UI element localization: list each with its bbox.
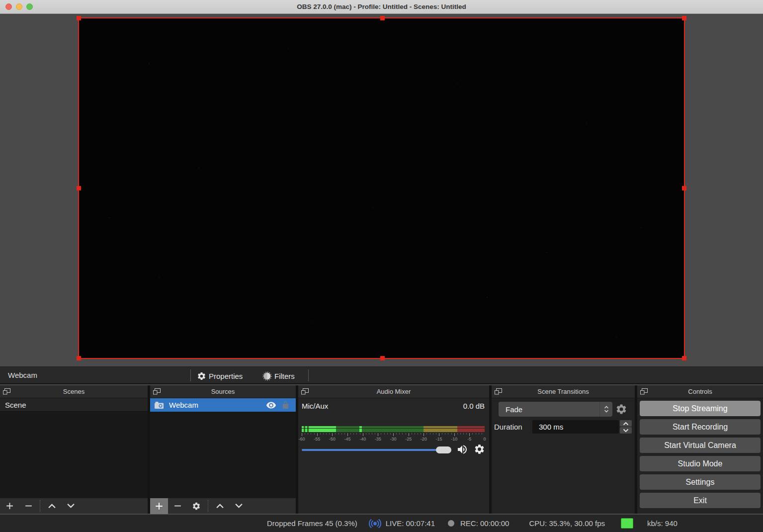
gear-icon — [197, 371, 206, 381]
dock-area: Scenes Scene Sources — [0, 385, 763, 514]
zoom-icon[interactable] — [26, 3, 33, 10]
audio-mixer-header: Audio Mixer — [298, 385, 489, 398]
move-scene-up-button[interactable] — [42, 498, 61, 514]
add-scene-button[interactable] — [0, 498, 19, 514]
status-bar: Dropped Frames 45 (0.3%) LIVE: 00:07:41 … — [0, 515, 763, 532]
selected-source-name: Webcam — [8, 371, 37, 379]
mixer-level-db: 0.0 dB — [463, 402, 485, 410]
preview-canvas[interactable] — [78, 17, 685, 359]
scene-list-item[interactable]: Scene — [0, 398, 148, 412]
source-list-item-selected[interactable]: Webcam — [150, 398, 296, 412]
source-properties-button[interactable] — [187, 498, 206, 514]
chevron-up-icon — [216, 503, 224, 509]
tick-label: -10 — [451, 437, 457, 442]
controls-header: Controls — [637, 385, 763, 398]
source-name: Webcam — [169, 401, 198, 409]
select-arrows-icon — [599, 402, 612, 417]
start-virtual-camera-button[interactable]: Start Virtual Camera — [640, 438, 761, 453]
properties-button[interactable]: Properties — [197, 369, 243, 382]
duration-label: Duration — [494, 423, 522, 431]
properties-label: Properties — [209, 372, 243, 380]
divider — [208, 500, 208, 512]
filters-label: Filters — [274, 372, 295, 380]
window-title: OBS 27.0.0 (mac) - Profile: Untitled - S… — [297, 3, 466, 10]
sources-list: Webcam — [150, 398, 296, 498]
stepper-up-button[interactable] — [620, 420, 632, 427]
filter-icon — [262, 371, 272, 381]
resize-handle-bottom-left[interactable] — [77, 356, 81, 360]
selected-source-toolbar: Webcam Properties Filters — [0, 366, 763, 384]
resize-handle-top-left[interactable] — [77, 16, 81, 20]
dock-toggle-icon[interactable] — [640, 388, 648, 395]
tick-label: 0 — [483, 437, 486, 442]
scenes-panel-header: Scenes — [0, 385, 148, 398]
bitrate-status: kb/s: 940 — [647, 519, 678, 528]
mixer-body: Mic/Aux 0.0 dB -60 -55 -50 -45 -40 -35 -… — [298, 398, 489, 514]
rec-dot-icon — [448, 520, 454, 527]
tick-label: -55 — [314, 437, 320, 442]
gear-icon[interactable] — [615, 403, 627, 415]
move-source-down-button[interactable] — [229, 498, 248, 514]
scenes-panel-title: Scenes — [63, 388, 85, 395]
tick-label: -40 — [359, 437, 366, 442]
scenes-panel: Scenes Scene — [0, 385, 148, 514]
scenes-list: Scene — [0, 398, 148, 498]
dock-toggle-icon[interactable] — [3, 388, 10, 395]
add-source-button[interactable] — [150, 498, 168, 514]
remove-scene-button[interactable] — [19, 498, 38, 514]
close-icon[interactable] — [5, 3, 12, 10]
move-scene-down-button[interactable] — [61, 498, 80, 514]
resize-handle-bottom[interactable] — [380, 356, 385, 360]
sources-toolbar — [150, 498, 296, 514]
stop-streaming-button[interactable]: Stop Streaming — [640, 401, 761, 416]
minus-icon — [173, 502, 182, 510]
scene-transitions-panel: Scene Transitions Fade Duration 300 ms — [492, 385, 635, 514]
volume-meter — [302, 426, 485, 432]
tick-label: -5 — [467, 437, 471, 442]
duration-value: 300 ms — [539, 423, 563, 431]
title-bar: OBS 27.0.0 (mac) - Profile: Untitled - S… — [0, 0, 763, 14]
plus-icon — [5, 502, 14, 510]
resize-handle-left[interactable] — [77, 186, 81, 190]
obs-window: OBS 27.0.0 (mac) - Profile: Untitled - S… — [0, 0, 763, 532]
resize-handle-top[interactable] — [380, 16, 385, 20]
move-source-up-button[interactable] — [210, 498, 229, 514]
eye-icon[interactable] — [266, 401, 276, 409]
tick-label: -15 — [435, 437, 442, 442]
transition-select[interactable]: Fade — [499, 402, 612, 417]
minimize-icon[interactable] — [16, 3, 22, 10]
duration-input[interactable]: 300 ms — [532, 420, 619, 434]
chevron-down-icon — [235, 503, 243, 509]
scenes-toolbar — [0, 498, 148, 514]
settings-button[interactable]: Settings — [640, 474, 761, 490]
gear-icon[interactable] — [474, 443, 485, 455]
resize-handle-right[interactable] — [682, 186, 686, 190]
transition-value: Fade — [499, 405, 599, 414]
speaker-icon[interactable] — [456, 443, 469, 455]
tick-label: -50 — [329, 437, 336, 442]
meter-scale-labels: -60 -55 -50 -45 -40 -35 -30 -25 -20 -15 … — [302, 437, 485, 442]
tick-label: -20 — [421, 437, 427, 442]
studio-mode-button[interactable]: Studio Mode — [640, 456, 761, 471]
exit-button[interactable]: Exit — [640, 493, 761, 508]
sources-panel-title: Sources — [211, 388, 235, 395]
dock-toggle-icon[interactable] — [153, 388, 161, 395]
start-recording-button[interactable]: Start Recording — [640, 419, 761, 435]
volume-slider-handle[interactable] — [436, 446, 451, 453]
resize-handle-top-right[interactable] — [682, 16, 686, 20]
dock-toggle-icon[interactable] — [495, 388, 502, 395]
scene-name: Scene — [5, 401, 26, 409]
scene-transitions-title: Scene Transitions — [537, 388, 589, 395]
remove-source-button[interactable] — [168, 498, 187, 514]
dropped-frames-status: Dropped Frames 45 (0.3%) — [267, 519, 357, 528]
broadcast-icon — [368, 519, 382, 528]
stepper-down-button[interactable] — [620, 427, 632, 434]
live-time-status: LIVE: 00:07:41 — [386, 519, 435, 528]
tick-label: -35 — [375, 437, 381, 442]
lock-open-icon[interactable] — [281, 401, 290, 410]
filters-button[interactable]: Filters — [262, 369, 295, 382]
dock-toggle-icon[interactable] — [301, 388, 309, 395]
resize-handle-bottom-right[interactable] — [682, 356, 686, 360]
audio-mixer-title: Audio Mixer — [377, 388, 411, 395]
tick-label: -25 — [405, 437, 412, 442]
